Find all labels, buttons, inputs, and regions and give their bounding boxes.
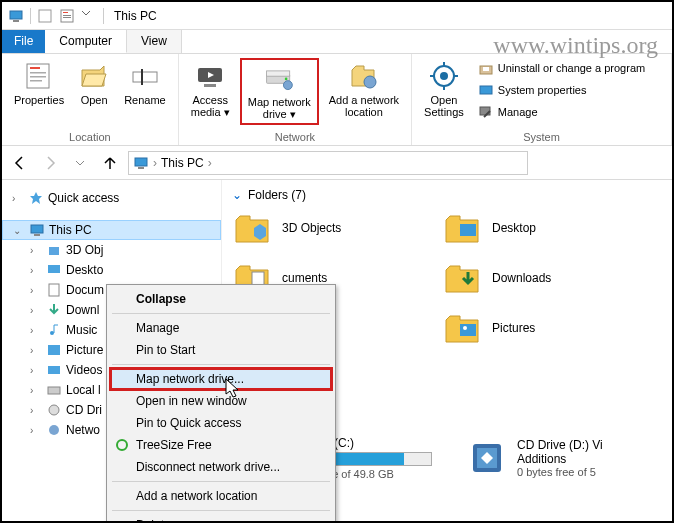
tree-quick-access[interactable]: › Quick access (2, 188, 221, 208)
add-location-label: Add a networklocation (329, 94, 399, 118)
map-network-drive-button[interactable]: Map networkdrive ▾ (240, 58, 319, 125)
svg-rect-30 (480, 86, 492, 94)
folder-icon (442, 308, 482, 348)
svg-rect-41 (48, 345, 60, 355)
properties-quick-icon[interactable] (59, 8, 75, 24)
folder-label: Pictures (492, 321, 535, 335)
svg-rect-11 (30, 80, 42, 82)
svg-point-44 (49, 405, 59, 415)
tree-3d-objects[interactable]: ›3D Obj (2, 240, 221, 260)
svg-rect-33 (138, 167, 144, 169)
open-icon (78, 60, 110, 92)
address-bar[interactable]: › This PC › (128, 151, 528, 175)
folder-label: cuments (282, 271, 327, 285)
svg-rect-43 (48, 387, 60, 394)
svg-rect-36 (34, 234, 40, 236)
ctx-collapse[interactable]: Collapse (110, 288, 332, 310)
uninstall-button[interactable]: Uninstall or change a program (474, 58, 649, 78)
tree-label: Local l (66, 383, 101, 397)
folder-label: 3D Objects (282, 221, 341, 235)
group-label-network: Network (187, 131, 403, 143)
folders-section-header[interactable]: ⌄ Folders (7) (232, 188, 672, 202)
up-button[interactable] (98, 151, 122, 175)
add-network-location-button[interactable]: Add a networklocation (325, 58, 403, 120)
ctx-open-new-window[interactable]: Open in new window (110, 390, 332, 412)
tree-this-pc[interactable]: ⌄ This PC (2, 220, 221, 240)
manage-button[interactable]: Manage (474, 102, 649, 122)
open-label: Open (81, 94, 108, 106)
svg-rect-10 (30, 76, 46, 78)
svg-rect-2 (39, 10, 51, 22)
tree-label: This PC (49, 223, 92, 237)
manage-label: Manage (498, 106, 538, 118)
dropdown-icon[interactable] (81, 8, 97, 24)
drive-label: CD Drive (D:) Vi (517, 438, 672, 452)
chevron-right-icon[interactable]: › (12, 193, 24, 204)
manage-icon (478, 104, 494, 120)
properties-button[interactable]: Properties (10, 58, 68, 108)
svg-rect-46 (460, 224, 476, 236)
group-label-system: System (420, 131, 663, 143)
access-media-button[interactable]: Accessmedia ▾ (187, 58, 234, 121)
svg-rect-49 (460, 324, 476, 336)
chevron-right-icon: › (153, 156, 157, 170)
tree-desktop[interactable]: ›Deskto (2, 260, 221, 280)
system-properties-button[interactable]: System properties (474, 80, 649, 100)
tree-label: Videos (66, 363, 102, 377)
open-settings-label: OpenSettings (424, 94, 464, 118)
uninstall-label: Uninstall or change a program (498, 62, 645, 74)
system-properties-icon (478, 82, 494, 98)
rename-label: Rename (124, 94, 166, 106)
svg-point-45 (49, 425, 59, 435)
system-properties-label: System properties (498, 84, 587, 96)
open-button[interactable]: Open (74, 58, 114, 108)
chevron-down-icon[interactable]: ⌄ (13, 225, 25, 236)
folder-downloads[interactable]: Downloads (442, 258, 622, 298)
folders-header-label: Folders (7) (248, 188, 306, 202)
recent-dropdown[interactable] (68, 151, 92, 175)
chevron-down-icon: ⌄ (232, 188, 242, 202)
back-button[interactable] (8, 151, 32, 175)
rename-button[interactable]: Rename (120, 58, 170, 108)
open-settings-button[interactable]: OpenSettings (420, 58, 468, 120)
svg-point-58 (117, 440, 127, 450)
svg-rect-1 (13, 20, 19, 22)
folder-3d-objects[interactable]: 3D Objects (232, 208, 412, 248)
tab-view[interactable]: View (127, 30, 182, 53)
drive-cd-d[interactable]: CD Drive (D:) Vi Additions 0 bytes free … (467, 436, 672, 480)
svg-rect-18 (267, 71, 290, 76)
tab-computer[interactable]: Computer (45, 30, 127, 53)
svg-point-40 (50, 331, 54, 335)
checkbox-icon[interactable] (37, 8, 53, 24)
group-label-location: Location (10, 131, 170, 143)
ctx-add-network-location[interactable]: Add a network location (110, 485, 332, 507)
cd-drive-icon (467, 438, 507, 478)
svg-rect-39 (49, 284, 59, 296)
svg-point-19 (285, 78, 288, 81)
svg-point-50 (463, 326, 467, 330)
ctx-delete[interactable]: Delete (110, 514, 332, 523)
svg-rect-37 (49, 247, 59, 255)
svg-rect-4 (63, 12, 68, 13)
ctx-manage[interactable]: Manage (110, 317, 332, 339)
ribbon-group-network: Accessmedia ▾ Map networkdrive ▾ Add a n… (179, 54, 412, 145)
separator (103, 8, 104, 24)
tree-label: Downl (66, 303, 99, 317)
window-title: This PC (114, 9, 157, 23)
folder-pictures[interactable]: Pictures (442, 308, 622, 348)
address-text: This PC (161, 156, 204, 170)
ctx-pin-quick-access[interactable]: Pin to Quick access (110, 412, 332, 434)
content-area: › Quick access ⌄ This PC ›3D Obj ›Deskto… (2, 180, 672, 521)
folder-desktop[interactable]: Desktop (442, 208, 622, 248)
chevron-right-icon: › (208, 156, 212, 170)
svg-rect-32 (135, 158, 147, 166)
svg-rect-13 (141, 69, 143, 85)
ctx-treesize[interactable]: TreeSize Free (110, 434, 332, 456)
ctx-pin-start[interactable]: Pin to Start (110, 339, 332, 361)
file-tab[interactable]: File (2, 30, 45, 53)
ctx-map-network-drive[interactable]: Map network drive... (110, 368, 332, 390)
svg-rect-12 (133, 72, 157, 82)
add-location-icon (348, 60, 380, 92)
forward-button[interactable] (38, 151, 62, 175)
ctx-disconnect-network-drive[interactable]: Disconnect network drive... (110, 456, 332, 478)
